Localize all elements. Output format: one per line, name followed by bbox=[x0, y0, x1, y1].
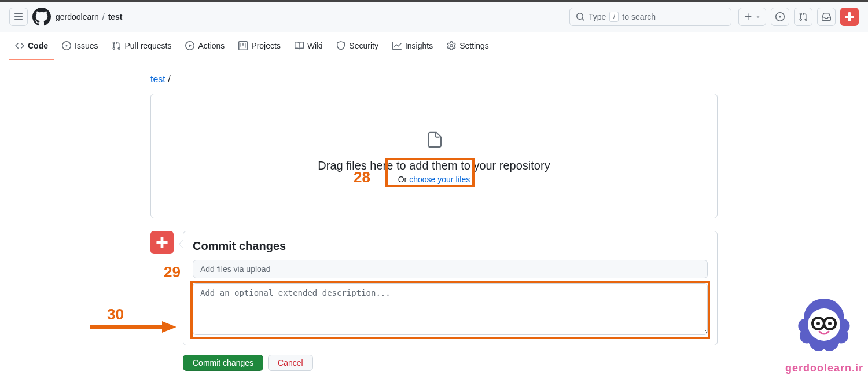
create-new-dropdown[interactable] bbox=[738, 8, 766, 26]
main-content: test / Drag files here to add them to yo… bbox=[150, 60, 718, 379]
top-actions bbox=[738, 8, 859, 26]
annotation-label-30: 30 bbox=[107, 306, 124, 323]
tab-settings[interactable]: Settings bbox=[441, 32, 495, 60]
repo-breadcrumb: gerdoolearn / test bbox=[56, 12, 123, 21]
tab-pr-label: Pull requests bbox=[124, 41, 171, 50]
commit-changes-button[interactable]: Commit changes bbox=[183, 355, 263, 371]
breadcrumb-repo[interactable]: test bbox=[108, 12, 123, 21]
tab-security-label: Security bbox=[349, 41, 378, 50]
tab-code[interactable]: Code bbox=[9, 32, 54, 60]
tab-wiki[interactable]: Wiki bbox=[289, 32, 328, 60]
commit-description-textarea[interactable] bbox=[193, 283, 708, 335]
file-dropzone[interactable]: Drag files here to add them to your repo… bbox=[150, 94, 718, 218]
path-separator: / bbox=[168, 74, 170, 84]
pull-requests-button[interactable] bbox=[794, 8, 812, 26]
choose-files-link[interactable]: choose your files bbox=[409, 175, 470, 184]
watermark-text: gerdoolearn.ir bbox=[785, 362, 863, 374]
watermark-logo-icon bbox=[789, 296, 859, 359]
tab-projects[interactable]: Projects bbox=[233, 32, 286, 60]
tab-actions[interactable]: Actions bbox=[179, 32, 230, 60]
tab-wiki-label: Wiki bbox=[307, 41, 322, 50]
plus-icon bbox=[744, 12, 753, 21]
commit-author-avatar bbox=[150, 231, 174, 254]
tab-security[interactable]: Security bbox=[330, 32, 384, 60]
commit-heading: Commit changes bbox=[193, 240, 708, 253]
dropzone-subtitle: Or choose your files bbox=[398, 175, 470, 184]
commit-summary-input[interactable] bbox=[193, 260, 708, 278]
breadcrumb-separator: / bbox=[102, 12, 105, 21]
breadcrumb-owner[interactable]: gerdoolearn bbox=[56, 12, 99, 21]
github-logo-icon[interactable] bbox=[32, 8, 51, 26]
tab-pull-requests[interactable]: Pull requests bbox=[106, 32, 177, 60]
watermark: gerdoolearn.ir bbox=[785, 296, 863, 374]
svg-point-10 bbox=[816, 322, 820, 325]
svg-rect-3 bbox=[156, 241, 167, 244]
cancel-button[interactable]: Cancel bbox=[268, 355, 313, 371]
hamburger-menu-button[interactable] bbox=[9, 8, 28, 26]
repo-nav: Code Issues Pull requests Actions Projec… bbox=[0, 32, 868, 60]
commit-actions: Commit changes Cancel bbox=[183, 355, 718, 371]
issues-inbox-button[interactable] bbox=[771, 8, 789, 26]
tab-insights-label: Insights bbox=[405, 41, 433, 50]
global-search-input[interactable]: Type / to search bbox=[569, 8, 731, 26]
file-icon bbox=[425, 128, 443, 153]
global-header: gerdoolearn / test Type / to search bbox=[0, 0, 868, 32]
tab-issues-label: Issues bbox=[75, 41, 98, 50]
user-avatar[interactable] bbox=[840, 8, 859, 26]
caret-down-icon bbox=[755, 14, 761, 20]
tab-code-label: Code bbox=[28, 41, 48, 50]
search-icon bbox=[576, 12, 585, 21]
tab-insights[interactable]: Insights bbox=[387, 32, 439, 60]
path-root-link[interactable]: test bbox=[150, 74, 165, 84]
commit-form: Commit changes bbox=[183, 231, 718, 345]
tab-projects-label: Projects bbox=[251, 41, 281, 50]
tab-settings-label: Settings bbox=[459, 41, 489, 50]
svg-point-11 bbox=[828, 322, 832, 325]
search-kbd-hint: / bbox=[609, 12, 619, 22]
tab-issues[interactable]: Issues bbox=[56, 32, 104, 60]
notifications-button[interactable] bbox=[817, 8, 836, 26]
path-breadcrumb: test / bbox=[150, 74, 718, 84]
dropzone-title: Drag files here to add them to your repo… bbox=[318, 159, 550, 172]
tab-actions-label: Actions bbox=[198, 41, 225, 50]
svg-rect-1 bbox=[845, 16, 854, 18]
